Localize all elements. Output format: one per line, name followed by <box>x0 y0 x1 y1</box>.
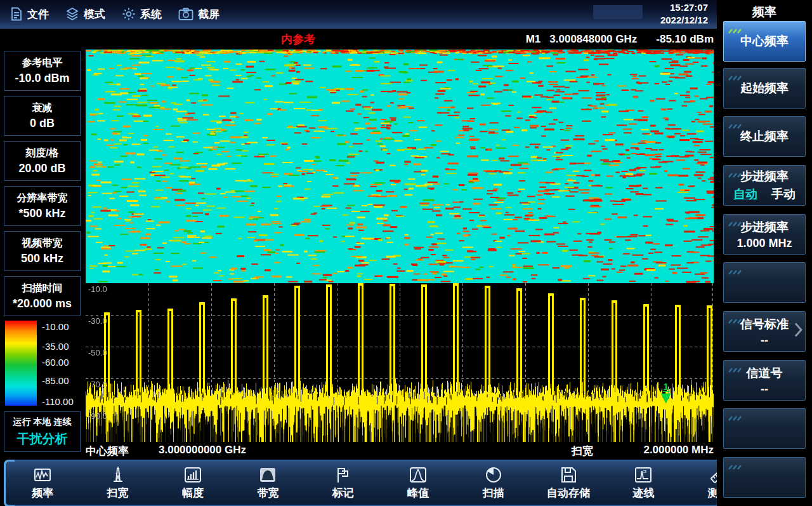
param-sweep-time[interactable]: 扫描时间*20.000 ms <box>4 276 81 316</box>
softkey-blank-3[interactable] <box>723 457 806 498</box>
menu-item-label: 模式 <box>84 7 105 22</box>
softkey-value: -- <box>761 383 768 396</box>
toolbar-marker-button[interactable]: 标记 <box>306 461 381 505</box>
date-text: 2022/12/12 <box>660 14 708 27</box>
toolbar-button-label: 扫宽 <box>107 486 129 500</box>
right-softkey-panel: 频率 中心频率起始频率终止频率步进频率自动手动步进频率1.000 MHz信号标准… <box>717 0 812 506</box>
hatch-marks-icon <box>728 313 743 327</box>
softkey-blank-2[interactable] <box>723 408 806 449</box>
marker-amplitude: -85.10 dBm <box>656 33 714 45</box>
color-scale-tick: -35.00 <box>42 341 69 352</box>
tower-icon <box>108 465 128 484</box>
toggle-option-auto[interactable]: 自动 <box>733 186 757 203</box>
param-value: -10.0 dBm <box>15 72 69 85</box>
menu-item-system[interactable]: 系统 <box>122 7 162 22</box>
softkey-label: 信道号 <box>747 365 783 382</box>
trace-icon <box>634 465 653 484</box>
analyzer-screen: 文件模式系统截屏 15:27:07 2022/12/12 内参考 M13.000… <box>0 0 812 506</box>
param-label: 衰减 <box>32 102 53 115</box>
hatch-marks-icon <box>728 23 743 37</box>
param-value: *500 kHz <box>18 207 65 220</box>
toolbar-button-label: 频率 <box>32 486 53 500</box>
softkey-label: 信号标准 <box>740 316 789 333</box>
toolbar-button-label: 标记 <box>332 486 354 500</box>
camera-icon <box>178 8 193 21</box>
file-icon <box>10 7 23 21</box>
softkey-label: 步进频率 <box>740 219 789 236</box>
layers-icon <box>65 7 79 21</box>
menu-item-file[interactable]: 文件 <box>10 7 49 22</box>
softkey-panel-title: 频率 <box>717 4 812 20</box>
toolbar-amplitude-button[interactable]: 幅度 <box>155 461 230 505</box>
marker-readout: M13.000848000 GHz-85.10 dBm <box>526 33 714 46</box>
run-status-box: 运行 本地 连续 干扰分析 <box>4 411 81 452</box>
menu-item-screenshot[interactable]: 截屏 <box>178 7 219 22</box>
toggle-option-manual[interactable]: 手动 <box>771 186 796 203</box>
center-frequency-label: 中心频率 <box>86 444 129 458</box>
softkey-label: 中心频率 <box>740 33 789 50</box>
run-status-text: 运行 本地 连续 <box>13 416 72 428</box>
save-icon <box>559 465 578 484</box>
param-ref-level[interactable]: 参考电平-10.0 dBm <box>4 51 81 91</box>
softkey-blank-1[interactable] <box>723 262 806 303</box>
toolbar-button-label: 带宽 <box>257 486 278 500</box>
bottom-toolbar: 频率扫宽幅度带宽标记峰值扫描自动存储迹线测量 <box>4 460 757 506</box>
param-rbw[interactable]: 分辨率带宽*500 kHz <box>4 186 81 226</box>
color-scale-tick: -85.00 <box>42 375 69 386</box>
hatch-marks-icon <box>728 410 743 424</box>
softkey-center-freq[interactable]: 中心频率 <box>723 21 806 62</box>
toolbar-frequency-button[interactable]: 频率 <box>5 461 80 505</box>
param-label: 视频带宽 <box>22 237 63 250</box>
status-indicator-area <box>593 5 643 19</box>
toolbar-trace-button[interactable]: 迹线 <box>606 461 681 505</box>
toolbar-autosave-button[interactable]: 自动存储 <box>531 461 606 505</box>
waveform-icon <box>33 465 52 484</box>
softkey-channel-number[interactable]: 信道号-- <box>723 360 806 401</box>
param-vbw[interactable]: 视频带宽500 kHz <box>4 231 81 271</box>
center-frequency-value: 3.000000000 GHz <box>159 444 246 456</box>
toolbar-bandwidth-button[interactable]: 带宽 <box>230 461 305 505</box>
softkey-label: 起始频率 <box>740 80 789 97</box>
gear-icon <box>122 7 136 21</box>
span-value: 2.000000 MHz <box>643 444 714 456</box>
softkey-step-freq-mode[interactable]: 步进频率自动手动 <box>723 165 806 206</box>
toolbar-sweep-button[interactable]: 扫描 <box>455 461 530 505</box>
softkey-label: 步进频率 <box>740 168 789 185</box>
frequency-footer: 中心频率 3.000000000 GHz 扫宽 2.000000 MHz <box>86 443 714 459</box>
color-scale-tick: -110.00 <box>42 396 74 407</box>
bars-icon <box>183 465 202 484</box>
toolbar-span-button[interactable]: 扫宽 <box>80 461 155 505</box>
toolbar-button-label: 扫描 <box>483 486 504 500</box>
toolbar-peak-button[interactable]: 峰值 <box>381 461 455 505</box>
param-label: 扫描时间 <box>22 282 63 295</box>
softkey-signal-standard[interactable]: 信号标准-- <box>723 311 806 352</box>
toolbar-button-label: 迹线 <box>632 486 654 500</box>
hatch-marks-icon <box>728 459 743 473</box>
param-scale-div[interactable]: 刻度/格20.00 dB <box>4 141 81 181</box>
menu-item-label: 文件 <box>27 7 49 22</box>
param-label: 参考电平 <box>22 57 63 70</box>
softkey-label: 终止频率 <box>740 128 789 145</box>
softkey-stop-freq[interactable]: 终止频率 <box>723 116 806 157</box>
softkey-value: -- <box>761 334 768 347</box>
marker-frequency: 3.000848000 GHz <box>549 33 637 45</box>
span-label: 扫宽 <box>572 444 593 458</box>
menu-item-label: 系统 <box>140 7 162 22</box>
spectrum-display <box>86 283 714 442</box>
reference-source-label: 内参考 <box>281 32 315 47</box>
dome-icon <box>258 465 277 484</box>
clock: 15:27:07 2022/12/12 <box>660 1 708 27</box>
softkey-step-freq-value[interactable]: 步进频率1.000 MHz <box>723 214 806 255</box>
softkey-value: 1.000 MHz <box>737 237 792 250</box>
menu-item-mode[interactable]: 模式 <box>65 7 105 22</box>
toolbar-button-label: 峰值 <box>407 486 429 500</box>
softkey-start-freq[interactable]: 起始频率 <box>723 68 806 109</box>
param-label: 分辨率带宽 <box>17 192 68 205</box>
color-scale-tick: -10.00 <box>42 321 69 332</box>
step-mode-toggle: 自动手动 <box>733 186 796 203</box>
param-value: 500 kHz <box>21 252 63 265</box>
param-value: 0 dB <box>30 117 55 130</box>
hatch-marks-icon <box>728 216 743 230</box>
param-attenuation[interactable]: 衰减0 dB <box>4 96 81 136</box>
color-scale-tick: -60.00 <box>42 357 69 368</box>
